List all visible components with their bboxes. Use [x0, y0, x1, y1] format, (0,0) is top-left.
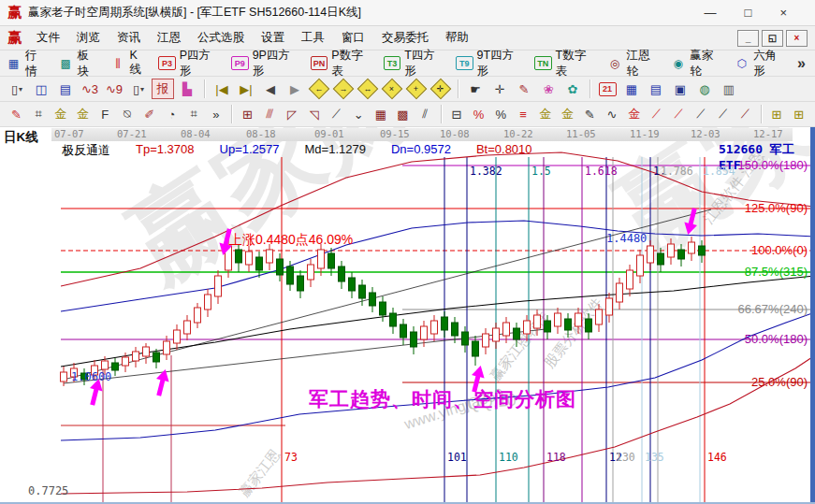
toolbar-item-六角形[interactable]: ⬡六角形	[734, 48, 787, 79]
gann-box[interactable]: ⊞	[237, 104, 258, 124]
menu-item-公式选股[interactable]: 公式选股	[189, 27, 253, 49]
gann-angle[interactable]: ⟋	[735, 104, 756, 124]
menu-item-窗口[interactable]: 窗口	[333, 27, 373, 49]
chart-globe[interactable]: ◍	[693, 79, 716, 99]
mdi-minimize-button[interactable]: _	[737, 30, 759, 47]
fan-top-left[interactable]: ◸	[282, 104, 303, 124]
wave-9[interactable]: ∿9	[103, 79, 125, 99]
toolbar-item-P数字表[interactable]: PNP数字表	[311, 48, 373, 79]
zoom-right-diamond[interactable]: →	[332, 79, 355, 99]
parallel-lines[interactable]: ⫽	[415, 104, 436, 124]
square-grid-1[interactable]: ⊞	[766, 104, 788, 124]
report-highlight[interactable]: 报	[152, 79, 174, 99]
zoom-all-diamond[interactable]: ✛	[429, 79, 452, 99]
toolbar-item-赢家轮[interactable]: ◉赢家轮	[670, 48, 723, 79]
first-bar-icon: |◀	[215, 82, 227, 96]
wave-3[interactable]: ∿3	[79, 79, 101, 99]
quote-list[interactable]: ▤	[54, 79, 77, 99]
level-label: 50.0%(180)	[745, 332, 808, 346]
pen-red[interactable]: ✎	[6, 104, 27, 124]
zoom-left-diamond[interactable]: ←	[308, 79, 330, 99]
gold-level-tool[interactable]: 金	[557, 104, 578, 124]
time-count-label: 118	[546, 451, 566, 464]
calendar-21[interactable]: 21	[596, 79, 619, 99]
gold-circle-tool[interactable]: 金	[534, 104, 556, 124]
calculator[interactable]: ▦	[620, 79, 643, 99]
flower-tool[interactable]: ❀	[537, 79, 560, 99]
pen-red-icon: ✎	[11, 108, 22, 122]
draw-tool[interactable]: ✎	[513, 79, 535, 99]
toolbar-item-T四方形[interactable]: T3T四方形	[384, 48, 445, 79]
time-circle[interactable]: ◔	[161, 104, 182, 124]
menu-item-文件[interactable]: 文件	[28, 27, 68, 49]
angle-line[interactable]: ⟋	[690, 104, 711, 124]
zoom-h-diamond[interactable]: ↔	[357, 79, 379, 99]
next-bar[interactable]: ▶	[284, 79, 306, 99]
pattern-tool[interactable]: ✿	[561, 79, 584, 99]
pen-2[interactable]: ✐	[138, 104, 160, 124]
hand-tool[interactable]: ☛	[464, 79, 487, 99]
menu-item-工具[interactable]: 工具	[293, 27, 333, 49]
gold-lines-2[interactable]: 金	[72, 104, 94, 124]
multi-window[interactable]: ◫	[30, 79, 52, 99]
zoom-x-diamond[interactable]: ×	[381, 79, 403, 99]
dense-grid[interactable]: ▩	[392, 104, 414, 124]
spiral-tool[interactable]: ⍉	[117, 104, 138, 124]
grid-lines[interactable]: ⌗	[28, 104, 50, 124]
quote-list-icon: ▤	[60, 82, 71, 96]
mdi-restore-button[interactable]: ◱	[762, 30, 783, 47]
toolbar-item-行情[interactable]: ▦行情	[6, 48, 48, 79]
single-candle[interactable]: ▯▾	[127, 79, 150, 99]
j-line[interactable]: ⟋	[646, 104, 667, 124]
first-bar[interactable]: |◀	[211, 79, 233, 99]
toolbar-item-P四方形[interactable]: P3P四方形	[158, 48, 221, 79]
percent-tool[interactable]: %	[490, 104, 512, 124]
toolbar-item-K线[interactable]: ⫼K线	[109, 49, 148, 78]
remote-pc[interactable]: ▥	[718, 79, 740, 99]
close-button[interactable]: ×	[779, 6, 787, 20]
percent-line-red[interactable]: %	[468, 104, 489, 124]
trend-line-tool[interactable]: ⟋	[326, 104, 347, 124]
save[interactable]: ▣	[669, 79, 691, 99]
last-bar[interactable]: ▶|	[235, 79, 257, 99]
crosshair-tool[interactable]: ✛	[488, 79, 511, 99]
wave-tool[interactable]: ∿	[602, 104, 623, 124]
mdi-close-button[interactable]: ×	[786, 30, 808, 47]
speed-fan[interactable]: ⫻	[259, 104, 281, 124]
minimize-button[interactable]: —	[705, 6, 717, 20]
grid-lines-2[interactable]: ⌗	[183, 104, 205, 124]
gold-diagonal[interactable]: 金	[623, 104, 645, 124]
price-label-tool[interactable]: ⊟	[446, 104, 468, 124]
kline-chart-area[interactable]: 日K线 极反通道Tp=1.3708Up=1.2577Md=1.1279Dn=0.…	[0, 127, 815, 504]
toolbar-overflow-chevron[interactable]: »	[797, 55, 809, 72]
color-chart[interactable]: ▙	[176, 79, 198, 99]
speed-line[interactable]: ⟋	[712, 104, 734, 124]
fan-top-right[interactable]: ◹	[303, 104, 325, 124]
prev-bar[interactable]: ◀	[259, 79, 282, 99]
grid-lines-icon: ⌗	[35, 107, 41, 122]
zoom-in-diamond[interactable]: +	[405, 79, 428, 99]
gold-lines-1[interactable]: 金	[50, 104, 71, 124]
kline-style[interactable]: ▯▾	[6, 79, 28, 99]
toolbar-item-9T四方形[interactable]: T99T四方形	[456, 48, 524, 79]
fibonacci-lines[interactable]: F	[95, 104, 116, 124]
menu-item-帮助[interactable]: 帮助	[437, 27, 477, 49]
toolbar-item-T数字表[interactable]: TNT数字表	[534, 48, 596, 79]
menu-item-交易委托[interactable]: 交易委托	[373, 27, 437, 49]
toolbar-item-9P四方形[interactable]: P99P四方形	[231, 48, 300, 79]
zigzag-tool[interactable]: ⌄	[348, 104, 370, 124]
square-grid-2[interactable]: ⊞	[788, 104, 809, 124]
f-line[interactable]: ⟋	[668, 104, 690, 124]
menu-item-设置[interactable]: 设置	[253, 27, 293, 49]
mark-pen[interactable]: ✎	[579, 104, 601, 124]
menu-item-江恩[interactable]: 江恩	[149, 27, 189, 49]
toolbar-item-江恩轮[interactable]: ◎江恩轮	[606, 48, 660, 79]
notepad[interactable]: ▤	[645, 79, 667, 99]
menu-item-浏览[interactable]: 浏览	[68, 27, 109, 49]
levels-tool[interactable]: ≡	[513, 104, 534, 124]
small-grid[interactable]: ▦	[370, 104, 391, 124]
menu-item-资讯[interactable]: 资讯	[109, 27, 149, 49]
maximize-button[interactable]: □	[745, 6, 752, 20]
toolbar-item-板块[interactable]: ▩板块	[58, 48, 100, 79]
draw-overflow[interactable]: »	[205, 104, 226, 124]
